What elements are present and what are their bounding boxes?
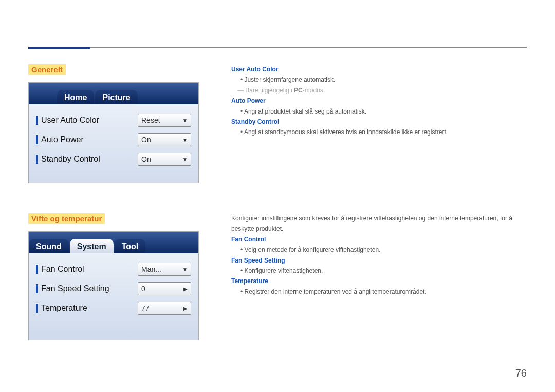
- row-marker-icon: [36, 155, 38, 164]
- label-fan-control: Fan Control: [41, 265, 138, 274]
- chevron-right-icon: ▶: [183, 286, 188, 292]
- settings-area-2: Fan Control Man... ▼ Fan Speed Setting 0…: [29, 253, 198, 340]
- vifte-heading: Vifte og temperatur: [28, 213, 105, 224]
- header-rule: [28, 47, 527, 48]
- dropdown-auto-power[interactable]: On ▼: [138, 133, 191, 146]
- tab-bar-2: Sound System Tool: [29, 232, 198, 253]
- desc-auto-power: Angi at produktet skal slå seg på automa…: [231, 106, 524, 117]
- desc-temperature: Registrer den interne temperaturen ved å…: [231, 287, 524, 297]
- page-number: 76: [515, 367, 527, 379]
- chevron-down-icon: ▼: [182, 118, 188, 123]
- dropdown-value: Man...: [141, 265, 161, 273]
- row-temperature: Temperature 77 ▶: [36, 298, 191, 318]
- generelt-heading: Generelt: [28, 64, 66, 75]
- tab-home[interactable]: Home: [57, 90, 94, 104]
- row-standby-control: Standby Control On ▼: [36, 150, 191, 169]
- desc-user-auto-color: Juster skjermfargene automatisk.: [231, 74, 524, 85]
- header-accent: [28, 47, 90, 49]
- right-text-vifte: Konfigurer innstillingene som kreves for…: [231, 213, 524, 297]
- label-temperature: Temperature: [41, 304, 138, 313]
- heading-user-auto-color: User Auto Color: [231, 64, 524, 74]
- tab-tool[interactable]: Tool: [115, 239, 146, 253]
- dropdown-value: On: [141, 155, 151, 163]
- intro-vifte: Konfigurer innstillingene som kreves for…: [231, 213, 524, 234]
- chevron-down-icon: ▼: [182, 157, 188, 162]
- chevron-down-icon: ▼: [182, 267, 188, 272]
- settings-area-1: User Auto Color Reset ▼ Auto Power On ▼ …: [29, 104, 198, 183]
- row-marker-icon: [36, 135, 38, 144]
- screenshot-vifte: Sound System Tool Fan Control Man... ▼ F…: [28, 231, 199, 340]
- screenshot-generelt: Home Picture User Auto Color Reset ▼ Aut…: [28, 82, 199, 183]
- stepper-fan-speed[interactable]: 0 ▶: [138, 282, 191, 295]
- dropdown-value: Reset: [141, 116, 160, 124]
- heading-fan-speed: Fan Speed Setting: [231, 255, 524, 266]
- row-marker-icon: [36, 265, 38, 274]
- dropdown-user-auto-color[interactable]: Reset ▼: [138, 114, 191, 127]
- heading-auto-power: Auto Power: [231, 96, 524, 106]
- label-user-auto-color: User Auto Color: [41, 116, 138, 125]
- dropdown-fan-control[interactable]: Man... ▼: [138, 263, 191, 276]
- label-standby-control: Standby Control: [41, 155, 138, 164]
- chevron-down-icon: ▼: [182, 137, 188, 143]
- right-text-generelt: User Auto Color Juster skjermfargene aut…: [231, 64, 524, 138]
- stepper-value: 77: [141, 304, 150, 312]
- desc-fan-speed: Konfigurere viftehastigheten.: [231, 266, 524, 276]
- row-fan-speed: Fan Speed Setting 0 ▶: [36, 279, 191, 298]
- stepper-value: 0: [141, 285, 145, 293]
- tab-bar-1: Home Picture: [29, 83, 198, 104]
- row-user-auto-color: User Auto Color Reset ▼: [36, 110, 191, 130]
- desc-fan-control: Velg en metode for å konfigurere vifteha…: [231, 245, 524, 255]
- heading-standby-control: Standby Control: [231, 117, 524, 127]
- tab-picture[interactable]: Picture: [95, 90, 137, 104]
- heading-temperature: Temperature: [231, 276, 524, 286]
- chevron-right-icon: ▶: [183, 306, 188, 311]
- row-marker-icon: [36, 116, 38, 125]
- dropdown-value: On: [141, 136, 151, 144]
- row-fan-control: Fan Control Man... ▼: [36, 259, 191, 279]
- pc-mode-note: Bare tilgjengelig i PC-modus.: [231, 85, 524, 96]
- pc-note-post: -modus.: [303, 87, 325, 94]
- pc-note-bold: PC: [294, 87, 303, 94]
- tab-system[interactable]: System: [70, 239, 114, 253]
- pc-note-pre: Bare tilgjengelig i: [245, 87, 294, 94]
- row-auto-power: Auto Power On ▼: [36, 130, 191, 150]
- row-marker-icon: [36, 304, 38, 313]
- tab-sound[interactable]: Sound: [29, 239, 69, 253]
- heading-fan-control: Fan Control: [231, 234, 524, 245]
- stepper-temperature[interactable]: 77 ▶: [138, 302, 191, 315]
- label-fan-speed: Fan Speed Setting: [41, 284, 138, 293]
- row-marker-icon: [36, 284, 38, 293]
- dropdown-standby-control[interactable]: On ▼: [138, 153, 191, 166]
- label-auto-power: Auto Power: [41, 135, 138, 144]
- desc-standby-control: Angi at standbymodus skal aktiveres hvis…: [231, 127, 524, 137]
